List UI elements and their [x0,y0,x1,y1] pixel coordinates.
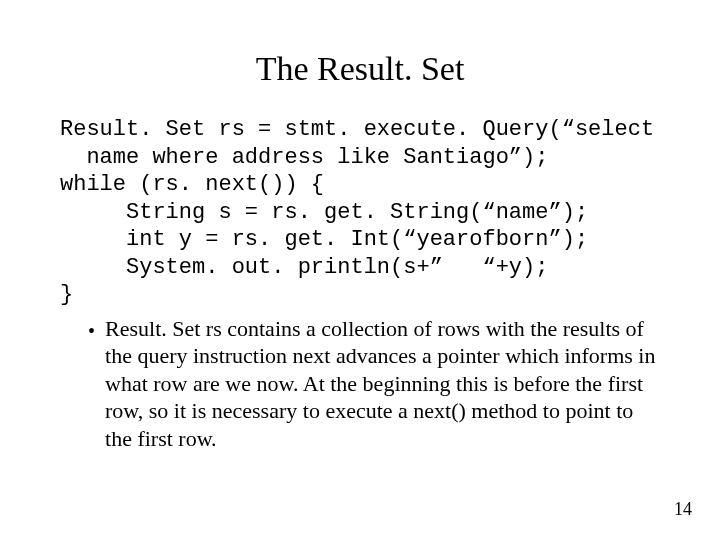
bullet-text: Result. Set rs contains a collection of … [105,315,660,453]
code-block: Result. Set rs = stmt. execute. Query(“s… [60,116,660,309]
slide: The Result. Set Result. Set rs = stmt. e… [0,0,720,540]
slide-title: The Result. Set [60,50,660,88]
page-number: 14 [674,499,692,520]
bullet-item: • Result. Set rs contains a collection o… [60,315,660,453]
bullet-icon: • [88,321,95,341]
